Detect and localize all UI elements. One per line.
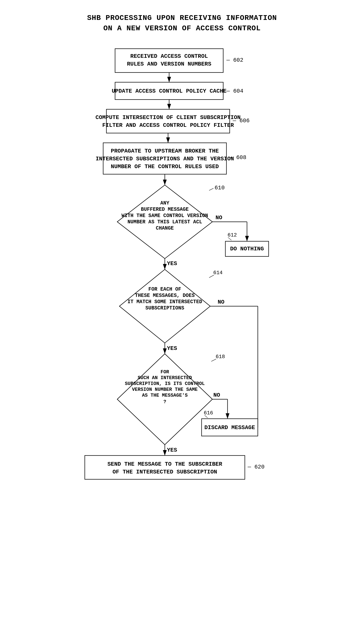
svg-text:INTERSECTED SUBSCRIPTIONS AND : INTERSECTED SUBSCRIPTIONS AND THE VERSIO… [96,156,234,162]
svg-text:— 602: — 602 [226,57,243,64]
svg-text:— 606: — 606 [232,118,250,124]
svg-text:RULES AND VERSION NUMBERS: RULES AND VERSION NUMBERS [127,61,211,67]
svg-rect-1 [115,49,223,73]
svg-text:SUBSCRIPTIONS: SUBSCRIPTIONS [145,305,184,311]
svg-text:YES: YES [167,260,177,267]
svg-text:618: 618 [216,354,225,360]
svg-text:SEND THE MESSAGE TO THE SUBSCR: SEND THE MESSAGE TO THE SUBSCRIBER [107,461,222,467]
svg-text:THESE MESSAGES, DOES: THESE MESSAGES, DOES [135,293,194,298]
svg-text:AS THE MESSAGE'S: AS THE MESSAGE'S [142,393,188,398]
svg-text:NO: NO [216,214,222,221]
svg-text:SUBSCRIPTION, IS ITS CONTROL: SUBSCRIPTION, IS ITS CONTROL [125,381,205,386]
svg-text:NUMBER AS THIS LATEST ACL: NUMBER AS THIS LATEST ACL [128,219,202,225]
svg-text:614: 614 [213,270,222,276]
diagram-container: SHB PROCESSING UPON RECEIVING INFORMATIO… [0,0,364,639]
svg-text:612: 612 [228,232,237,238]
svg-text:— 620: — 620 [248,464,264,470]
svg-text:?: ? [163,399,166,405]
svg-text:UPDATE ACCESS CONTROL POLICY C: UPDATE ACCESS CONTROL POLICY CACHE [112,88,226,94]
svg-text:BUFFERED MESSAGE: BUFFERED MESSAGE [141,207,188,212]
svg-text:RECEIVED ACCESS CONTROL: RECEIVED ACCESS CONTROL [130,53,208,60]
svg-text:— 608: — 608 [229,154,246,161]
svg-text:SUCH AN INTERSECTED: SUCH AN INTERSECTED [138,375,192,381]
svg-text:616: 616 [204,410,213,416]
svg-text:WITH THE SAME CONTROL VERSION: WITH THE SAME CONTROL VERSION [121,213,208,219]
svg-text:IT MATCH SOME INTERSECTED: IT MATCH SOME INTERSECTED [128,299,202,305]
svg-line-44 [209,275,214,278]
flowchart-svg: RECEIVED ACCESS CONTROL RULES AND VERSIO… [63,47,301,631]
page-title: SHB PROCESSING UPON RECEIVING INFORMATIO… [87,13,277,34]
svg-text:YES: YES [167,447,177,453]
svg-text:NUMBER OF THE CONTROL RULES US: NUMBER OF THE CONTROL RULES USED [111,163,219,170]
svg-text:COMPUTE INTERSECTION OF CLIENT: COMPUTE INTERSECTION OF CLIENT SUBSCRIPT… [96,114,240,121]
svg-text:NO: NO [213,392,220,398]
svg-text:DO NOTHING: DO NOTHING [230,246,264,252]
svg-line-59 [211,359,216,361]
svg-text:YES: YES [167,345,177,352]
svg-text:NO: NO [218,299,224,305]
svg-text:PROPAGATE TO UPSTREAM BROKER T: PROPAGATE TO UPSTREAM BROKER THE [111,148,219,154]
svg-rect-69 [85,455,245,479]
svg-rect-10 [106,109,230,133]
svg-line-28 [209,188,214,190]
svg-text:ANY: ANY [160,200,169,206]
svg-text:CHANGE: CHANGE [156,226,174,231]
svg-text:— 604: — 604 [226,88,243,94]
svg-text:FOR: FOR [160,369,169,375]
svg-text:VERSION NUMBER THE SAME: VERSION NUMBER THE SAME [132,387,198,392]
svg-text:OF THE INTERSECTED SUBSCRIPTIO: OF THE INTERSECTED SUBSCRIPTION [112,469,217,475]
svg-text:FOR EACH OF: FOR EACH OF [148,287,181,292]
svg-text:FILTER AND ACCESS CONTROL POLI: FILTER AND ACCESS CONTROL POLICY FILTER [102,122,234,129]
svg-text:DISCARD MESSAGE: DISCARD MESSAGE [204,424,255,431]
svg-text:610: 610 [214,185,225,191]
